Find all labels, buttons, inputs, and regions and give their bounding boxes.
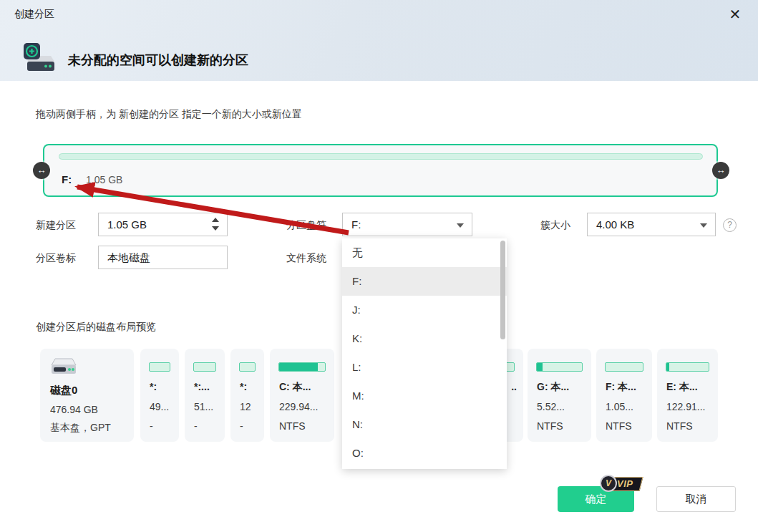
volume-label-value: 本地磁盘 xyxy=(107,251,150,263)
partition-card: E: 本... 122.91... NTFS xyxy=(657,349,718,442)
dropdown-option-j[interactable]: J: xyxy=(342,296,507,324)
partition-usage-bar xyxy=(193,362,216,372)
partition-label: C: 本... xyxy=(279,381,311,394)
right-resize-handle-icon[interactable]: ↔ xyxy=(712,162,729,179)
dropdown-option-m[interactable]: M: xyxy=(342,382,507,410)
vip-badge-text: VIP xyxy=(617,478,633,489)
partition-card: C: 本... 229.94... NTFS xyxy=(270,349,334,442)
slider-track xyxy=(59,153,703,160)
new-partition-size-input[interactable]: 1.05 GB xyxy=(98,213,228,236)
dropdown-option-k[interactable]: K: xyxy=(342,324,507,353)
partition-card: G: 本... 5.52... NTFS xyxy=(528,349,591,442)
drive-letter-value: F: xyxy=(351,218,361,231)
disk-name: 磁盘0 xyxy=(50,384,77,397)
disk-capacity: 476.94 GB xyxy=(50,404,98,415)
new-partition-size-value: 1.05 GB xyxy=(107,218,147,231)
partition-usage-bar xyxy=(239,362,256,372)
partition-size-slider: F: 1.05 GB xyxy=(43,144,718,197)
dropdown-scrollbar[interactable] xyxy=(500,241,505,339)
dialog-heading: 未分配的空间可以创建新的分区 xyxy=(68,52,248,69)
preview-title: 创建分区后的磁盘布局预览 xyxy=(36,321,156,334)
volume-label-input[interactable]: 本地磁盘 xyxy=(98,246,228,269)
instruction-text: 拖动两侧手柄，为 新创建的分区 指定一个新的大小或新位置 xyxy=(36,108,302,121)
partition-label: F: 本... xyxy=(606,381,636,394)
partition-size: 122.91... xyxy=(666,401,706,412)
help-icon[interactable]: ? xyxy=(723,218,737,232)
disk-type: 基本盘，GPT xyxy=(50,422,111,435)
partition-fs: NTFS xyxy=(606,420,632,432)
partition-card: *: 49... - xyxy=(140,349,179,442)
cluster-size-select[interactable]: 4.00 KB xyxy=(587,213,716,236)
partition-fs: NTFS xyxy=(666,420,693,432)
partition-usage-bar xyxy=(605,362,643,372)
partition-size: 1.05... xyxy=(606,401,633,412)
slider-drive-label: F: xyxy=(62,173,72,185)
partition-fs: NTFS xyxy=(279,420,306,432)
partition-card: *: 12 - xyxy=(230,349,264,442)
cluster-size-label: 簇大小 xyxy=(540,219,570,232)
partition-fs: NTFS xyxy=(537,420,563,432)
partition-size: 12 xyxy=(240,401,251,412)
chevron-down-icon xyxy=(457,223,464,228)
partition-fs: - xyxy=(150,420,153,432)
partition-usage-bar xyxy=(666,362,709,372)
partition-label: *: xyxy=(150,381,157,392)
drive-letter-select[interactable]: F: xyxy=(342,213,472,236)
partition-size: 5.52... xyxy=(537,401,565,412)
partition-label: G: 本... xyxy=(537,381,569,394)
partition-usage-bar xyxy=(536,362,583,372)
vip-v-icon: V xyxy=(600,475,617,492)
dropdown-option-f[interactable]: F: xyxy=(342,267,507,296)
cancel-button[interactable]: 取消 xyxy=(656,486,736,512)
partition-size: 51... xyxy=(194,401,213,412)
header-band: 创建分区 ✕ 未分配的空间可以创建新的分区 xyxy=(0,0,758,81)
partition-label: E: 本... xyxy=(666,381,698,394)
disk-add-icon xyxy=(22,42,55,76)
spinner-up-button[interactable] xyxy=(212,218,220,223)
partition-label: *:... xyxy=(194,381,210,392)
partition-usage-bar xyxy=(278,362,326,372)
dropdown-option-n[interactable]: N: xyxy=(342,410,507,439)
chevron-down-icon xyxy=(700,223,707,228)
partition-fs: - xyxy=(240,420,243,432)
new-partition-label: 新建分区 xyxy=(36,219,76,232)
spinner-down-button[interactable] xyxy=(212,226,220,232)
file-system-label: 文件系统 xyxy=(286,252,326,265)
cluster-size-value: 4.00 KB xyxy=(596,218,634,231)
disk-icon xyxy=(50,358,77,381)
dropdown-option-o[interactable]: O: xyxy=(342,439,507,468)
dropdown-option-none[interactable]: 无 xyxy=(342,238,507,267)
dropdown-option-l[interactable]: L: xyxy=(342,353,507,382)
left-resize-handle-icon[interactable]: ↔ xyxy=(33,162,50,179)
slider-size-label: 1.05 GB xyxy=(86,174,122,185)
drive-letter-dropdown: 无 F: J: K: L: M: N: O: xyxy=(342,238,507,469)
window-title: 创建分区 xyxy=(14,8,54,21)
partition-size: 229.94... xyxy=(279,401,319,412)
partition-fs: - xyxy=(194,420,198,432)
drive-letter-label: 分区盘符 xyxy=(286,219,326,232)
partition-label: *: xyxy=(240,381,247,392)
partition-size: 49... xyxy=(150,401,169,412)
volume-label-label: 分区卷标 xyxy=(36,252,76,265)
partition-label: .. xyxy=(511,381,517,392)
close-icon[interactable]: ✕ xyxy=(725,4,745,24)
partition-card: F: 本... 1.05... NTFS xyxy=(596,349,652,442)
partition-usage-bar xyxy=(149,362,170,372)
create-partition-dialog: 创建分区 ✕ 未分配的空间可以创建新的分区 拖动两侧手柄，为 新创建的分区 指定… xyxy=(0,0,758,532)
partition-card: *:... 51... - xyxy=(185,349,225,442)
disk-info-card: 磁盘0 476.94 GB 基本盘，GPT xyxy=(40,349,134,442)
